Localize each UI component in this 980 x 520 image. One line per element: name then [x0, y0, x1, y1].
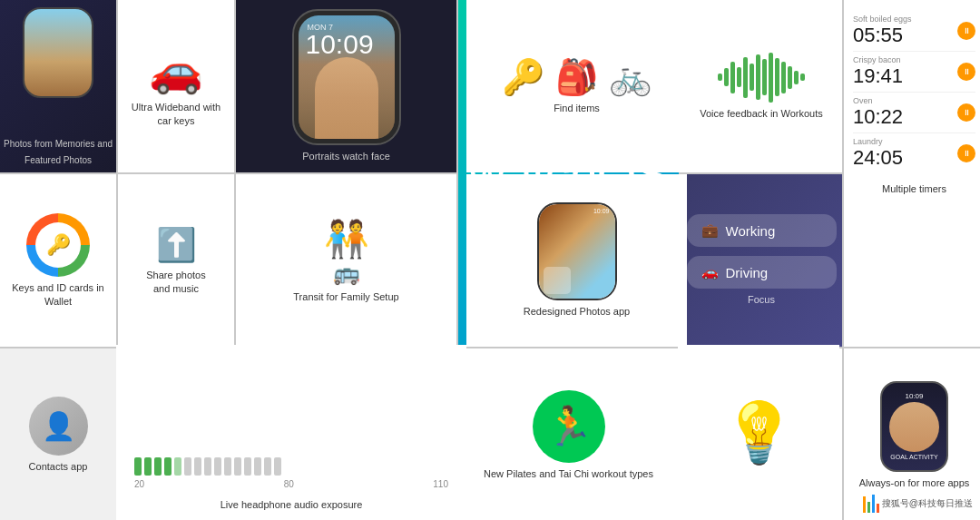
- timer-item-1: Soft boiled eggs 05:55 ⏸: [853, 11, 975, 52]
- lightbulb-icon: 💡: [722, 398, 796, 467]
- portrait-watch: MON 7 10:09: [292, 9, 401, 145]
- cell-audio-bar: 20 80 110 Live headphone audio exposure: [116, 345, 466, 520]
- key-emoji: 🔑: [502, 57, 544, 97]
- cell-contacts: 👤 Contacts app: [0, 348, 116, 520]
- audio-bar-labels: 20 80 110: [134, 479, 448, 489]
- photos-memories-label: Photos from Memories and Featured Photos: [4, 139, 113, 165]
- ultra-wideband-label: Ultra Wideband with car keys: [125, 101, 227, 127]
- bicycle-emoji: 🚲: [609, 57, 652, 97]
- cell-photos-app-overlay: 10:09 Redesigned Photos app: [466, 174, 687, 347]
- cell-lightbulb: 💡: [678, 345, 839, 520]
- always-on-label: Always-on for more apps: [859, 476, 970, 489]
- pilates-label: New Pilates and Tai Chi workout types: [484, 467, 653, 480]
- share-label: Share photosand music: [146, 269, 205, 295]
- share-icon: ⬆️: [156, 226, 197, 264]
- photos-app-label: Redesigned Photos app: [524, 305, 630, 318]
- watermark: 搜狐号@科技每日推送: [863, 495, 973, 513]
- cell-share: ⬆️ Share photosand music: [118, 174, 234, 347]
- green-bars: [134, 457, 448, 476]
- timer-item-2: Crispy bacon 19:41 ⏸: [853, 52, 975, 93]
- timers-label: Multiple timers: [882, 182, 946, 195]
- transit-icon: 🧑‍🤝‍🧑: [324, 218, 369, 260]
- waveform: [718, 53, 805, 103]
- voice-feedback-label: Voice feedback in Workouts: [700, 107, 823, 120]
- portraits-label: Portraits watch face: [302, 150, 390, 162]
- transit-label: Transit for Family Setup: [293, 290, 398, 303]
- focus-item-driving: 🚗 Driving: [687, 256, 837, 289]
- contacts-label: Contacts app: [29, 460, 88, 473]
- audio-bar-label: Live headphone audio exposure: [220, 498, 363, 511]
- contacts-avatar: 👤: [29, 397, 88, 456]
- cell-photos-memories: Photos from Memories and Featured Photos: [0, 0, 116, 172]
- cell-keys-id: 🔑 Keys and ID cards in Wallet: [0, 174, 116, 347]
- cell-portraits: MON 7 10:09 Portraits watch face: [236, 0, 456, 172]
- timer-list: Soft boiled eggs 05:55 ⏸ Crispy bacon 19…: [853, 11, 975, 173]
- cell-find-items-overlay: 🔑 🎒 🚲 Find items: [466, 0, 687, 172]
- photos-app-watch: 10:09: [537, 202, 617, 300]
- find-items-label: Find items: [554, 102, 600, 114]
- always-on-watch: 10:09 GOAL ACTIVITY: [880, 381, 948, 472]
- working-icon: 💼: [701, 222, 719, 239]
- cell-focus: 💼 Working 🚗 Driving Focus: [681, 174, 842, 347]
- find-items-icons: 🔑 🎒 🚲: [502, 57, 652, 97]
- keys-icon: 🔑: [26, 213, 90, 277]
- cell-ultra-wideband: 🚗 Ultra Wideband with car keys: [118, 0, 234, 172]
- backpack-emoji: 🎒: [555, 57, 598, 97]
- cell-pilates: 🏃 New Pilates and Tai Chi workout types: [458, 348, 679, 520]
- timer-item-3: Oven 10:22 ⏸: [853, 93, 975, 133]
- focus-item-working: 💼 Working: [687, 214, 837, 247]
- cell-transit: 🧑‍🤝‍🧑 🚌 Transit for Family Setup: [236, 174, 456, 347]
- keys-id-label: Keys and ID cards in Wallet: [7, 281, 109, 308]
- focus-label: Focus: [748, 293, 775, 306]
- car-icon: 🚗: [149, 45, 203, 96]
- cell-voice-feedback: Voice feedback in Workouts: [681, 0, 842, 172]
- cell-timers: Soft boiled eggs 05:55 ⏸ Crispy bacon 19…: [844, 0, 980, 347]
- driving-icon: 🚗: [701, 264, 719, 280]
- timer-item-4: Laundry 24:05 ⏸: [853, 133, 975, 173]
- pilates-icon: 🏃: [533, 390, 605, 463]
- focus-items: 💼 Working 🚗 Driving: [687, 214, 837, 289]
